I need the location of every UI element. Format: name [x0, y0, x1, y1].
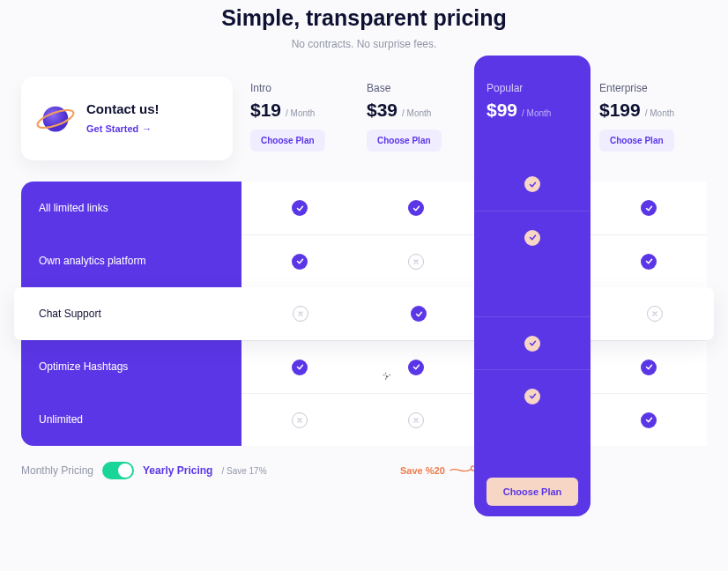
feature-cell: [358, 393, 474, 446]
contact-title: Contact us!: [86, 101, 160, 116]
save-17-label: / Save 17%: [221, 466, 266, 476]
page-title: Simple, transparent pricing: [21, 5, 707, 31]
feature-label: Own analytics platform: [21, 234, 241, 287]
monthly-pricing-label: Monthly Pricing: [21, 464, 93, 477]
plan-name-enterprise: Enterprise: [599, 82, 698, 94]
planet-icon: [35, 99, 76, 139]
feature-cell: [474, 340, 591, 393]
feature-cell: [360, 287, 478, 340]
billing-toggle[interactable]: [102, 462, 134, 479]
choose-plan-enterprise-button[interactable]: Choose Plan: [599, 130, 674, 152]
check-icon: [408, 200, 424, 216]
choose-plan-popular-button[interactable]: Choose Plan: [487, 478, 578, 506]
feature-row: Chat Support: [14, 287, 714, 340]
swirl-arrow-icon: [449, 464, 479, 477]
cross-icon: [408, 254, 424, 270]
check-icon: [641, 254, 657, 270]
feature-cell: [241, 287, 360, 340]
plan-intro: Intro $19 / Month Choose Plan: [241, 77, 358, 160]
feature-row: All limited links: [21, 182, 707, 234]
check-icon: [408, 360, 424, 375]
feature-cell: [591, 234, 707, 287]
feature-cell: [358, 340, 474, 393]
cross-icon: [647, 306, 663, 322]
save-20-callout: Save %20: [400, 464, 479, 477]
feature-cell: [591, 340, 707, 393]
check-icon: [641, 360, 657, 375]
check-icon: [292, 360, 308, 375]
yearly-pricing-label: Yearly Pricing: [143, 464, 212, 477]
plan-price-enterprise: $199: [599, 100, 641, 121]
feature-label: Unlimited: [21, 393, 241, 446]
check-icon: [529, 306, 545, 322]
feature-cell: [478, 287, 596, 340]
svg-point-2: [471, 466, 475, 471]
billing-toggle-row: Monthly Pricing Yearly Pricing / Save 17…: [21, 462, 707, 479]
page-subtitle: No contracts. No surprise fees.: [21, 38, 707, 50]
choose-plan-base-button[interactable]: Choose Plan: [367, 130, 442, 152]
feature-cell: [474, 393, 591, 446]
cross-icon: [292, 412, 308, 428]
check-icon: [641, 412, 657, 428]
cross-icon: [293, 306, 308, 322]
choose-plan-intro-button[interactable]: Choose Plan: [250, 130, 325, 152]
feature-row: Own analytics platform: [21, 234, 707, 287]
feature-cell: [474, 182, 591, 234]
feature-label: Optimize Hashtags: [21, 340, 241, 393]
feature-cell: [358, 234, 474, 287]
feature-cell: [474, 234, 591, 287]
feature-cell: [241, 393, 358, 446]
feature-label: All limited links: [21, 182, 241, 234]
cursor-icon: [382, 371, 394, 383]
feature-row: Optimize Hashtags: [21, 340, 707, 393]
plan-period-intro: / Month: [286, 108, 315, 118]
plan-period-base: / Month: [402, 108, 431, 118]
feature-label: Chat Support: [14, 287, 241, 340]
feature-cell: [241, 234, 358, 287]
check-icon: [411, 306, 427, 322]
plan-price-popular: $99: [487, 100, 517, 121]
feature-table: All limited linksOwn analytics platformC…: [21, 182, 707, 446]
cross-icon: [408, 412, 424, 428]
arrow-right-icon: →: [142, 123, 152, 134]
feature-cell: [358, 182, 474, 234]
feature-cell: [241, 340, 358, 393]
plan-name-intro: Intro: [250, 82, 349, 94]
feature-cell: [596, 287, 714, 340]
feature-cell: [591, 393, 707, 446]
plan-period-enterprise: / Month: [645, 108, 674, 118]
plan-name-base: Base: [367, 82, 465, 94]
feature-cell: [241, 182, 358, 234]
feature-row: Unlimited: [21, 393, 707, 446]
plan-enterprise: Enterprise $199 / Month Choose Plan: [591, 77, 707, 160]
plan-price-base: $39: [367, 100, 397, 121]
contact-card: Contact us! Get Started→: [21, 77, 233, 160]
check-icon: [292, 254, 308, 270]
check-icon: [292, 200, 308, 216]
plan-price-intro: $19: [250, 100, 281, 121]
feature-cell: [591, 182, 707, 234]
check-icon: [641, 200, 657, 216]
plan-base: Base $39 / Month Choose Plan: [358, 77, 474, 160]
pricing-grid: Contact us! Get Started→ Intro $19 / Mon…: [21, 77, 707, 446]
get-started-link[interactable]: Get Started→: [86, 123, 152, 134]
plan-name-popular: Popular: [487, 82, 578, 94]
plan-period-popular: / Month: [522, 108, 551, 118]
